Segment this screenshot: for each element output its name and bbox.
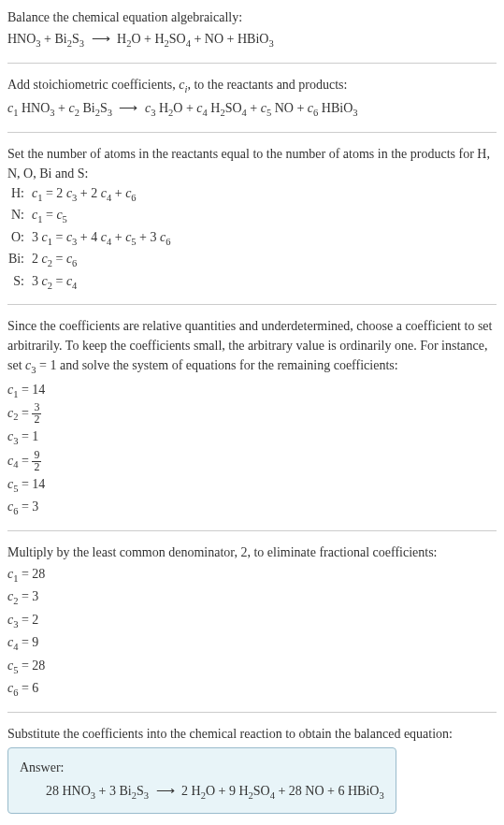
atom-equations-table: H: c1 = 2 c3 + 2 c4 + c6 N: c1 = c5 O: 3… bbox=[7, 183, 497, 294]
divider bbox=[7, 63, 497, 64]
atom-label: N: bbox=[7, 205, 32, 224]
divider bbox=[7, 304, 497, 305]
answer-equation: 28 HNO3 + 3 Bi2S3 ⟶ 2 H2O + 9 H2SO4 + 28… bbox=[20, 781, 384, 803]
atom-equation: 3 c2 = c4 bbox=[32, 271, 77, 294]
step4-text: Multiply by the least common denominator… bbox=[7, 543, 497, 562]
atom-label: O: bbox=[7, 227, 32, 247]
coef-c1: c1 = 14 bbox=[7, 380, 497, 402]
divider bbox=[7, 712, 497, 713]
atom-label: Bi: bbox=[7, 249, 32, 268]
step1-text: Add stoichiometric coefficients, ci, to … bbox=[7, 75, 497, 97]
atom-label: H: bbox=[7, 183, 32, 203]
coef-c5: c5 = 28 bbox=[7, 656, 497, 678]
coef-c5: c5 = 14 bbox=[7, 474, 497, 497]
step2-text: Set the number of atoms in the reactants… bbox=[7, 144, 497, 183]
answer-box: Answer: 28 HNO3 + 3 Bi2S3 ⟶ 2 H2O + 9 H2… bbox=[7, 747, 396, 814]
atom-row-o: O: 3 c1 = c3 + 4 c4 + c5 + 3 c6 bbox=[7, 227, 497, 250]
coef-c1: c1 = 28 bbox=[7, 564, 497, 586]
atom-row-s: S: 3 c2 = c4 bbox=[7, 271, 497, 294]
step2-section: Set the number of atoms in the reactants… bbox=[7, 144, 497, 294]
coef-c2: c2 = 32 bbox=[7, 402, 497, 426]
step3-text: Since the coefficients are relative quan… bbox=[7, 316, 497, 378]
intro-equation: HNO3 + Bi2S3 ⟶ H2O + H2SO4 + NO + HBiO3 bbox=[7, 29, 497, 51]
step1-equation: c1 HNO3 + c2 Bi2S3 ⟶ c3 H2O + c4 H2SO4 +… bbox=[7, 98, 497, 121]
step4-coefficients: c1 = 28 c2 = 3 c3 = 2 c4 = 9 c5 = 28 c6 … bbox=[7, 564, 497, 701]
atom-label: S: bbox=[7, 271, 32, 291]
atom-equation: c1 = 2 c3 + 2 c4 + c6 bbox=[32, 183, 137, 206]
coef-c6: c6 = 3 bbox=[7, 497, 497, 519]
atom-row-h: H: c1 = 2 c3 + 2 c4 + c6 bbox=[7, 183, 497, 206]
intro-text: Balance the chemical equation algebraica… bbox=[7, 7, 497, 27]
coef-c6: c6 = 6 bbox=[7, 678, 497, 701]
divider bbox=[7, 132, 497, 133]
answer-label: Answer: bbox=[20, 758, 384, 777]
final-section: Substitute the coefficients into the che… bbox=[7, 724, 497, 814]
step1-section: Add stoichiometric coefficients, ci, to … bbox=[7, 75, 497, 121]
coef-c3: c3 = 2 bbox=[7, 610, 497, 632]
coef-c3: c3 = 1 bbox=[7, 427, 497, 449]
final-text: Substitute the coefficients into the che… bbox=[7, 724, 497, 744]
coef-c2: c2 = 3 bbox=[7, 586, 497, 609]
coef-c4: c4 = 9 bbox=[7, 632, 497, 655]
step3-section: Since the coefficients are relative quan… bbox=[7, 316, 497, 518]
atom-equation: 2 c2 = c6 bbox=[32, 249, 77, 271]
intro-section: Balance the chemical equation algebraica… bbox=[7, 7, 497, 51]
atom-row-bi: Bi: 2 c2 = c6 bbox=[7, 249, 497, 271]
divider bbox=[7, 530, 497, 531]
step3-coefficients: c1 = 14 c2 = 32 c3 = 1 c4 = 92 c5 = 14 c… bbox=[7, 380, 497, 519]
atom-row-n: N: c1 = c5 bbox=[7, 205, 497, 227]
step4-section: Multiply by the least common denominator… bbox=[7, 543, 497, 701]
atom-equation: c1 = c5 bbox=[32, 205, 67, 227]
coef-c4: c4 = 92 bbox=[7, 450, 497, 473]
atom-equation: 3 c1 = c3 + 4 c4 + c5 + 3 c6 bbox=[32, 227, 170, 250]
